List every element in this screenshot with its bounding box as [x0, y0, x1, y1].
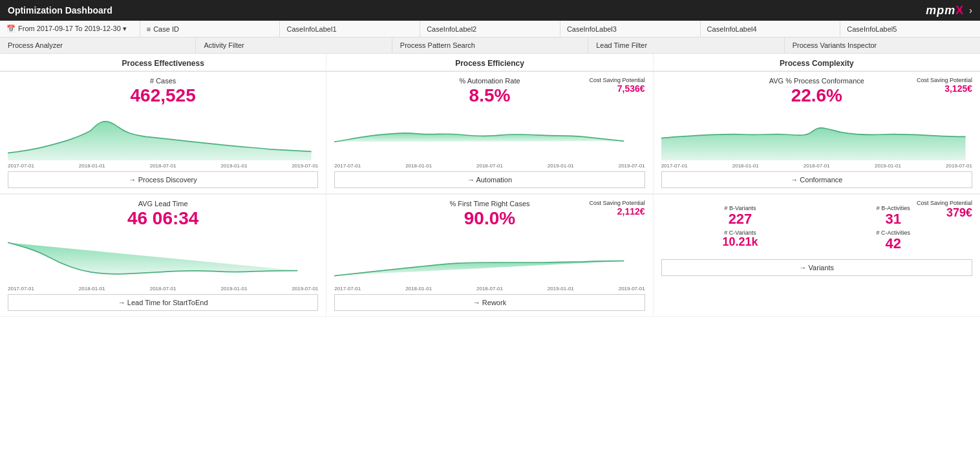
firsttime-panel: Cost Saving Potential 2,112€ % First Tim… — [326, 195, 653, 317]
caseinfo1-label: CaseInfoLabel1 — [286, 25, 336, 33]
leadtime-chart — [8, 231, 318, 283]
lead-time-filter-tool[interactable]: Lead Time Filter — [588, 37, 784, 53]
case-id-label: Case ID — [153, 25, 179, 33]
leadtime-value: 46 06:34 — [8, 209, 318, 229]
caseinfo1-filter[interactable]: CaseInfoLabel1 — [280, 21, 420, 37]
automation-cost-saving: Cost Saving Potential 7,536€ — [590, 77, 645, 94]
automation-chart-labels: 2017-07-01 2018-01-01 2018-07-01 2019-01… — [334, 163, 644, 169]
caseinfo4-label: CaseInfoLabel4 — [707, 25, 757, 33]
firsttime-cost-saving: Cost Saving Potential 2,112€ — [590, 200, 645, 217]
firsttime-cost-saving-value: 2,112€ — [590, 206, 645, 217]
conformance-cost-saving: Cost Saving Potential 3,125€ — [917, 77, 972, 94]
process-discovery-button[interactable]: → Process Discovery — [8, 171, 318, 188]
section-header-efficiency: Process Efficiency — [326, 54, 653, 71]
calendar-icon: 📅 — [6, 25, 16, 33]
activity-filter-tool[interactable]: Activity Filter — [196, 37, 392, 53]
conformance-panel: Cost Saving Potential 3,125€ AVG % Proce… — [654, 72, 980, 194]
top-panels-row: # Cases 462,525 2017-07-01 2018-01-01 20… — [0, 72, 980, 194]
automation-cost-saving-label: Cost Saving Potential — [590, 77, 645, 83]
b-variants-stat: # B-Variants 227 — [666, 205, 815, 227]
process-analyzer-tool[interactable]: Process Analyzer — [0, 37, 196, 53]
process-pattern-search-tool[interactable]: Process Pattern Search — [392, 37, 588, 53]
section-header-complexity: Process Complexity — [654, 54, 980, 71]
rework-button[interactable]: → Rework — [334, 294, 644, 311]
c-variants-stat: # C-Variants 10.21k — [666, 230, 815, 251]
leadtime-panel: AVG Lead Time 46 06:34 2017-07-01 2018-0… — [0, 195, 326, 317]
variants-cost-saving: Cost Saving Potential 379€ — [917, 200, 972, 220]
caseinfo3-label: CaseInfoLabel3 — [567, 25, 617, 33]
header-title: Optimization Dashboard — [8, 5, 112, 16]
case-id-filter[interactable]: ≡ Case ID — [140, 21, 281, 37]
bottom-panels-row: AVG Lead Time 46 06:34 2017-07-01 2018-0… — [0, 194, 980, 317]
variants-panel: Cost Saving Potential 379€ # B-Variants … — [654, 195, 980, 317]
tool-bar: Process Analyzer Activity Filter Process… — [0, 37, 980, 54]
cases-chart-labels: 2017-07-01 2018-01-01 2018-07-01 2019-01… — [8, 163, 318, 169]
leadtime-chart-labels: 2017-07-01 2018-01-01 2018-07-01 2019-01… — [8, 286, 318, 292]
cases-label: # Cases — [8, 77, 318, 85]
c-activities-value: 42 — [819, 236, 967, 251]
firsttime-cost-saving-label: Cost Saving Potential — [590, 200, 645, 206]
firsttime-chart-labels: 2017-07-01 2018-01-01 2018-07-01 2019-01… — [334, 286, 644, 292]
caseinfo2-label: CaseInfoLabel2 — [427, 25, 476, 33]
automation-chart — [334, 109, 644, 160]
logo: mpmX — [926, 4, 964, 17]
section-header-effectiveness: Process Effectiveness — [0, 54, 326, 71]
conformance-cost-saving-label: Cost Saving Potential — [917, 77, 972, 83]
date-range-label: From 2017-09-17 To 2019-12-30 ▾ — [18, 25, 127, 33]
cases-panel: # Cases 462,525 2017-07-01 2018-01-01 20… — [0, 72, 326, 194]
firsttime-chart — [334, 231, 644, 283]
caseinfo2-filter[interactable]: CaseInfoLabel2 — [420, 21, 560, 37]
variants-cost-saving-value: 379€ — [917, 206, 972, 220]
conformance-button[interactable]: → Conformance — [661, 171, 972, 188]
filter-icon: ≡ — [147, 25, 151, 33]
automation-cost-saving-value: 7,536€ — [590, 83, 645, 94]
automation-button[interactable]: → Automation — [334, 171, 644, 188]
caseinfo3-filter[interactable]: CaseInfoLabel3 — [560, 21, 701, 37]
variants-button[interactable]: → Variants — [661, 259, 972, 276]
header: Optimization Dashboard mpmX › — [0, 0, 980, 21]
conformance-chart-labels: 2017-07-01 2018-01-01 2018-07-01 2019-01… — [661, 163, 972, 169]
variants-cost-saving-label: Cost Saving Potential — [917, 200, 972, 206]
filter-bar: 📅 From 2017-09-17 To 2019-12-30 ▾ ≡ Case… — [0, 21, 980, 37]
section-headers: Process Effectiveness Process Efficiency… — [0, 54, 980, 72]
b-variants-value: 227 — [666, 211, 815, 227]
process-variants-inspector-tool[interactable]: Process Variants Inspector — [785, 37, 980, 53]
date-filter[interactable]: 📅 From 2017-09-17 To 2019-12-30 ▾ — [0, 21, 140, 37]
conformance-chart — [661, 109, 972, 160]
conformance-cost-saving-value: 3,125€ — [917, 83, 972, 94]
c-activities-stat: # C-Activities 42 — [819, 230, 967, 251]
leadtime-button[interactable]: → Lead Time for StartToEnd — [8, 294, 318, 311]
caseinfo5-label: CaseInfoLabel5 — [847, 25, 897, 33]
caseinfo5-filter[interactable]: CaseInfoLabel5 — [840, 21, 980, 37]
cases-chart — [8, 109, 318, 160]
caseinfo4-filter[interactable]: CaseInfoLabel4 — [701, 21, 841, 37]
nav-arrow[interactable]: › — [969, 5, 972, 16]
c-variants-value: 10.21k — [666, 236, 815, 249]
cases-value: 462,525 — [8, 86, 318, 106]
automation-panel: Cost Saving Potential 7,536€ % Automatio… — [326, 72, 653, 194]
leadtime-label: AVG Lead Time — [8, 200, 318, 208]
